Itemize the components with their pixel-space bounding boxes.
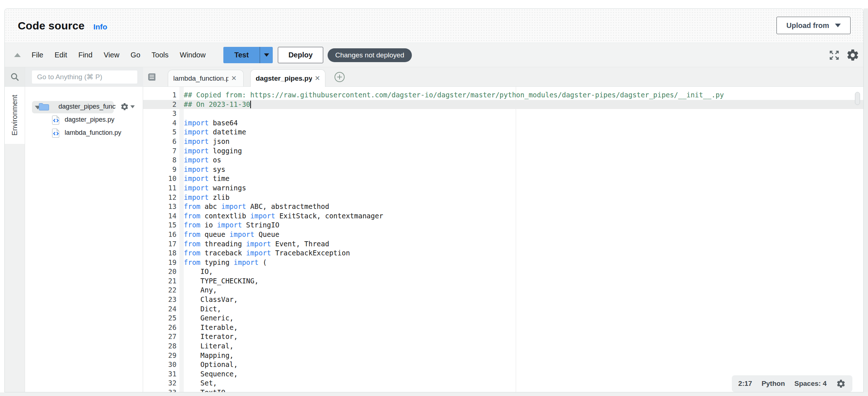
tree-row-dagster-pipes[interactable]: dagster_pipes.py [25,114,143,127]
test-dropdown-button[interactable] [260,47,273,63]
line-number[interactable]: 23 [143,295,184,304]
menu-find[interactable]: Find [78,51,93,59]
code-line[interactable]: 30 Optional, [143,360,863,369]
line-number[interactable]: 3 [143,109,184,118]
vertical-scrollbar[interactable] [855,92,860,105]
menu-window[interactable]: Window [180,51,206,59]
code-line[interactable]: 21 TYPE_CHECKING, [143,276,863,286]
code-line[interactable]: 8import os [143,155,863,165]
tree-row-folder[interactable]: dagster_pipes_function [25,101,143,114]
line-number[interactable]: 2 [143,100,184,109]
line-number[interactable]: 29 [143,351,184,360]
goto-anything-input[interactable] [32,70,137,84]
line-number[interactable]: 4 [143,118,184,128]
line-number[interactable]: 13 [143,202,184,211]
code-line[interactable]: 15from io import StringIO [143,221,863,230]
code-line[interactable]: 6import json [143,137,863,146]
code-line[interactable]: 20 IO, [143,267,863,276]
code-line[interactable]: 18from traceback import TracebackExcepti… [143,248,863,258]
line-number[interactable]: 12 [143,193,184,202]
line-number[interactable]: 16 [143,230,184,239]
code-line[interactable]: 10import time [143,174,863,183]
code-line[interactable]: 22 Any, [143,286,863,295]
line-number[interactable]: 32 [143,379,184,388]
line-number[interactable]: 11 [143,183,184,193]
code-line[interactable]: 17from threading import Event, Thread [143,239,863,249]
code-line[interactable]: 19from typing import ( [143,258,863,267]
line-number[interactable]: 10 [143,174,184,183]
menu-edit[interactable]: Edit [54,51,67,59]
search-button[interactable] [5,67,25,87]
line-number[interactable]: 31 [143,369,184,379]
menu-tools[interactable]: Tools [151,51,169,59]
sidebar-tab-environment[interactable]: Environment [5,87,25,144]
line-number[interactable]: 26 [143,323,184,332]
code-line[interactable]: 25 Generic, [143,314,863,323]
code-line[interactable]: 7import logging [143,146,863,156]
code-line[interactable]: 13from abc import ABC, abstractmethod [143,202,863,211]
line-number[interactable]: 33 [143,388,184,392]
indent-setting[interactable]: Spaces: 4 [794,380,827,388]
menu-view[interactable]: View [104,51,119,59]
editor-settings-gear-icon[interactable] [836,379,846,389]
line-number[interactable]: 22 [143,286,184,295]
code-line[interactable]: 4import base64 [143,118,863,128]
line-number[interactable]: 18 [143,248,184,258]
tab-lambda-function[interactable]: lambda_function.py × [168,70,244,86]
info-link[interactable]: Info [93,23,107,31]
line-number[interactable]: 27 [143,332,184,342]
fullscreen-icon[interactable] [829,50,839,60]
tab-list-icon[interactable] [147,72,156,82]
line-number[interactable]: 20 [143,267,184,276]
line-number[interactable]: 21 [143,276,184,286]
code-line[interactable]: 26 Iterable, [143,323,863,332]
line-number[interactable]: 1 [143,90,184,100]
line-number[interactable]: 8 [143,155,184,165]
code-line[interactable]: 27 Iterator, [143,332,863,342]
settings-gear-icon[interactable] [846,48,860,62]
line-number[interactable]: 9 [143,165,184,174]
code-line[interactable]: 14from contextlib import ExitStack, cont… [143,211,863,221]
chevron-down-icon[interactable] [130,105,135,108]
menu-go[interactable]: Go [131,51,141,59]
test-split-button[interactable]: Test [223,47,273,63]
code-line[interactable]: 16from queue import Queue [143,230,863,239]
code-line[interactable]: 5import datetime [143,128,863,137]
code-line[interactable]: 24 Dict, [143,304,863,314]
tab-dagster-pipes[interactable]: dagster_pipes.py × [250,69,325,87]
code-line[interactable]: 12import zlib [143,193,863,202]
close-icon[interactable]: × [231,74,236,82]
upload-from-button[interactable]: Upload from [776,17,851,34]
code-line[interactable]: 1## Copied from: https://raw.githubuserc… [143,90,863,100]
code-line[interactable]: 2## On 2023-11-30 [143,100,863,109]
menu-file[interactable]: File [32,51,43,59]
test-button[interactable]: Test [223,47,260,63]
line-number[interactable]: 30 [143,360,184,369]
tree-settings-gear-icon[interactable] [120,102,129,111]
code-line[interactable]: 23 ClassVar, [143,295,863,304]
new-tab-icon[interactable] [334,72,345,82]
code-line[interactable]: 3 [143,109,863,118]
language-mode[interactable]: Python [762,380,785,388]
line-number[interactable]: 15 [143,221,184,230]
line-number[interactable]: 14 [143,211,184,221]
line-number[interactable]: 7 [143,146,184,156]
code-line[interactable]: 9import sys [143,165,863,174]
editor-status-bar: 2:17 Python Spaces: 4 [732,375,852,392]
line-number[interactable]: 24 [143,304,184,314]
line-number[interactable]: 28 [143,342,184,351]
line-number[interactable]: 19 [143,258,184,267]
code-line[interactable]: 29 Mapping, [143,351,863,360]
code-line[interactable]: 11import warnings [143,183,863,193]
line-number[interactable]: 5 [143,128,184,137]
line-number[interactable]: 25 [143,314,184,323]
code-line[interactable]: 28 Literal, [143,342,863,351]
tree-row-lambda-function[interactable]: lambda_function.py [25,127,143,140]
close-icon[interactable]: × [315,74,320,82]
cursor-position[interactable]: 2:17 [738,380,752,388]
code-editor[interactable]: 1## Copied from: https://raw.githubuserc… [143,87,863,392]
line-number[interactable]: 17 [143,239,184,249]
line-number[interactable]: 6 [143,137,184,146]
collapse-menu-icon[interactable] [14,53,21,57]
deploy-button[interactable]: Deploy [278,47,323,63]
